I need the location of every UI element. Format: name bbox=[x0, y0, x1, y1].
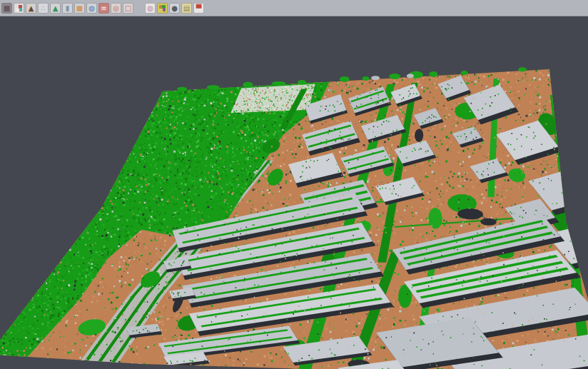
dark-sphere-button[interactable]: ● bbox=[169, 3, 180, 14]
sparse-points-icon: ∴ bbox=[41, 4, 45, 13]
stop-flag-button[interactable]: ▀ bbox=[193, 3, 204, 14]
measure-report-button[interactable]: ▤ bbox=[181, 3, 192, 14]
texture-map-icon: ▩ bbox=[4, 4, 10, 13]
point-cloud-render[interactable] bbox=[0, 16, 588, 369]
globe-icon: ◍ bbox=[88, 4, 95, 13]
dark-sphere-icon: ● bbox=[171, 4, 178, 13]
globe-button[interactable]: ◍ bbox=[86, 3, 97, 14]
profile-bar-button[interactable]: ▮ bbox=[62, 3, 73, 14]
classification-colors-icon bbox=[159, 5, 166, 11]
bounding-box-icon: □ bbox=[125, 4, 131, 13]
profile-bar-icon: ▮ bbox=[66, 4, 70, 13]
terrain-button[interactable]: ▲ bbox=[50, 3, 61, 14]
measure-report-icon: ▤ bbox=[183, 4, 190, 13]
terrain-icon: ▲ bbox=[53, 4, 59, 13]
orthophoto-icon: ■ bbox=[76, 4, 83, 13]
segment-points-icon bbox=[16, 5, 22, 11]
mask-circle-button[interactable]: ◍ bbox=[145, 3, 156, 14]
texture-map-button[interactable]: ▩ bbox=[1, 3, 12, 14]
target-circle-icon: ◎ bbox=[113, 4, 119, 13]
dem-hill-icon: ▲ bbox=[29, 4, 34, 13]
layers-icon: ≡ bbox=[101, 4, 106, 13]
app-window: ▩▲∴▲▮■◍≡◎□◍●▤▀ bbox=[0, 0, 588, 369]
segment-points-button[interactable] bbox=[14, 3, 24, 14]
stop-flag-icon: ▀ bbox=[196, 4, 202, 13]
viewport-3d bbox=[0, 16, 588, 369]
target-circle-button[interactable]: ◎ bbox=[111, 3, 121, 14]
classification-colors-button[interactable] bbox=[157, 3, 168, 14]
layers-button[interactable]: ≡ bbox=[98, 3, 109, 14]
dem-hill-button[interactable]: ▲ bbox=[26, 3, 36, 14]
toolbar: ▩▲∴▲▮■◍≡◎□◍●▤▀ bbox=[0, 0, 588, 16]
bounding-box-button[interactable]: □ bbox=[123, 3, 133, 14]
mask-circle-icon: ◍ bbox=[147, 4, 153, 13]
orthophoto-button[interactable]: ■ bbox=[74, 3, 85, 14]
sparse-points-button[interactable]: ∴ bbox=[38, 3, 49, 14]
